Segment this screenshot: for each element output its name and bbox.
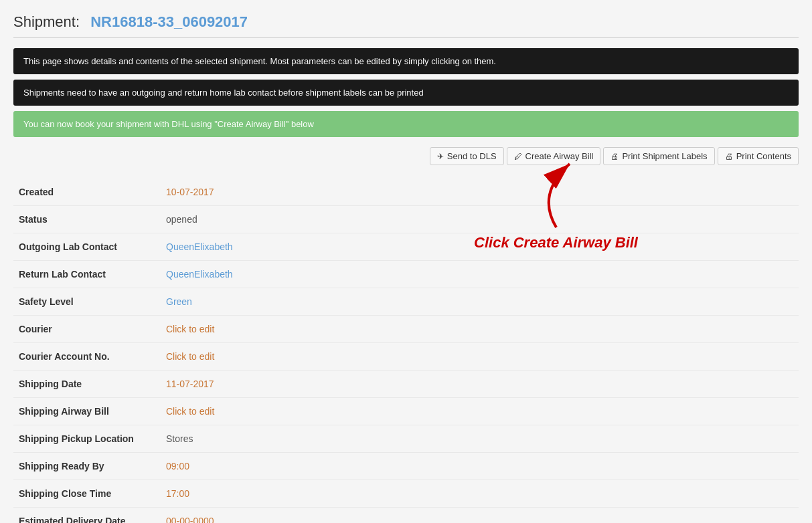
field-label-outgoing-lab-contact: Outgoing Lab Contact — [13, 233, 161, 261]
table-row: Return Lab ContactQueenElixabeth — [13, 261, 799, 288]
create-airway-bill-button[interactable]: 🖊 Create Airway Bill — [507, 147, 601, 165]
field-label-shipping-pickup-location: Shipping Pickup Location — [13, 425, 161, 453]
field-label-estimated-delivery-date: Estimated Delivery Date — [13, 508, 161, 524]
table-row: Outgoing Lab ContactQueenElixabeth — [13, 233, 799, 261]
send-dls-label: Send to DLS — [447, 151, 497, 161]
field-value-shipping-pickup-location: Stores — [161, 425, 799, 453]
table-row: Shipping Ready By09:00 — [13, 453, 799, 480]
field-value-shipping-ready-by: 09:00 — [161, 453, 799, 480]
table-row: Courier Account No.Click to edit — [13, 343, 799, 371]
field-label-status: Status — [13, 206, 161, 233]
printer-icon-2: 🖨 — [725, 152, 733, 161]
alert-success: You can now book your shipment with DHL … — [13, 111, 799, 137]
alert-success-text: You can now book your shipment with DHL … — [23, 119, 314, 129]
alert-info-2-text: Shipments need to have an outgoing and r… — [23, 88, 424, 98]
table-row: Shipping Airway BillClick to edit — [13, 398, 799, 425]
print-contents-button[interactable]: 🖨 Print Contents — [718, 147, 799, 165]
field-value-courier[interactable]: Click to edit — [161, 316, 799, 343]
alert-info-1: This page shows details and contents of … — [13, 48, 799, 74]
print-shipment-labels-button[interactable]: 🖨 Print Shipment Labels — [603, 147, 714, 165]
field-label-courier: Courier — [13, 316, 161, 343]
print-contents-label: Print Contents — [736, 151, 791, 161]
details-table: Created10-07-2017StatusopenedOutgoing La… — [13, 179, 799, 523]
table-row: Created10-07-2017 — [13, 179, 799, 206]
create-airway-bill-label: Create Airway Bill — [525, 151, 594, 161]
field-value-outgoing-lab-contact[interactable]: QueenElixabeth — [161, 233, 799, 261]
toolbar: ✈ Send to DLS 🖊 Create Airway Bill 🖨 Pri… — [13, 147, 799, 165]
table-row: Shipping Date11-07-2017 — [13, 371, 799, 398]
send-dls-button[interactable]: ✈ Send to DLS — [430, 147, 504, 165]
table-row: CourierClick to edit — [13, 316, 799, 343]
alert-info-1-text: This page shows details and contents of … — [23, 56, 496, 66]
alert-info-2: Shipments need to have an outgoing and r… — [13, 80, 799, 106]
toolbar-section: ✈ Send to DLS 🖊 Create Airway Bill 🖨 Pri… — [13, 147, 799, 165]
field-label-shipping-date: Shipping Date — [13, 371, 161, 398]
field-label-shipping-ready-by: Shipping Ready By — [13, 453, 161, 480]
field-value-courier-account-no.[interactable]: Click to edit — [161, 343, 799, 371]
field-label-courier-account-no.: Courier Account No. — [13, 343, 161, 371]
field-value-shipping-date: 11-07-2017 — [161, 371, 799, 398]
field-value-safety-level[interactable]: Green — [161, 288, 799, 316]
field-value-created: 10-07-2017 — [161, 179, 799, 206]
table-row: Estimated Delivery Date00-00-0000 — [13, 508, 799, 524]
title-value: NR16818-33_06092017 — [90, 13, 248, 30]
field-value-return-lab-contact[interactable]: QueenElixabeth — [161, 261, 799, 288]
field-label-return-lab-contact: Return Lab Contact — [13, 261, 161, 288]
table-row: Safety LevelGreen — [13, 288, 799, 316]
field-value-estimated-delivery-date: 00-00-0000 — [161, 508, 799, 524]
title-label: Shipment: — [13, 13, 80, 30]
edit-icon: 🖊 — [514, 152, 522, 161]
print-shipment-labels-label: Print Shipment Labels — [622, 151, 707, 161]
field-label-created: Created — [13, 179, 161, 206]
field-label-shipping-close-time: Shipping Close Time — [13, 480, 161, 508]
printer-icon-1: 🖨 — [611, 152, 619, 161]
table-row: Statusopened — [13, 206, 799, 233]
field-value-shipping-close-time: 17:00 — [161, 480, 799, 508]
table-row: Shipping Close Time17:00 — [13, 480, 799, 508]
field-label-safety-level: Safety Level — [13, 288, 161, 316]
page-title: Shipment: NR16818-33_06092017 — [13, 13, 799, 38]
field-value-status: opened — [161, 206, 799, 233]
field-value-shipping-airway-bill[interactable]: Click to edit — [161, 398, 799, 425]
page-container: Shipment: NR16818-33_06092017 This page … — [0, 0, 812, 523]
plane-icon: ✈ — [437, 152, 444, 161]
field-label-shipping-airway-bill: Shipping Airway Bill — [13, 398, 161, 425]
table-row: Shipping Pickup LocationStores — [13, 425, 799, 453]
